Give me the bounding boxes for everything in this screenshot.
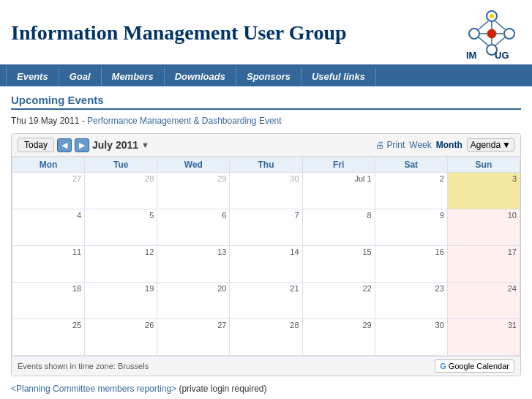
calendar-cell[interactable]: 27 bbox=[12, 173, 85, 209]
cal-prev-button[interactable]: ◀ bbox=[57, 138, 72, 152]
calendar-cell[interactable]: 2 bbox=[375, 173, 447, 209]
calendar-cell[interactable]: 13 bbox=[157, 246, 230, 283]
nav-members[interactable]: Members bbox=[102, 67, 165, 86]
cal-day-number: 14 bbox=[233, 247, 299, 256]
calendar-cell[interactable]: 7 bbox=[230, 209, 302, 246]
calendar-cell[interactable]: 29 bbox=[157, 173, 230, 209]
upcoming-event-item: Thu 19 May 2011 - Performance Management… bbox=[11, 116, 521, 126]
cal-right-controls: 🖨 Print Week Month Agenda ▼ bbox=[375, 138, 514, 152]
svg-text:IM: IM bbox=[466, 50, 476, 59]
calendar-cell[interactable]: 3 bbox=[447, 173, 520, 209]
chevron-down-icon: ▼ bbox=[502, 140, 511, 150]
calendar-cell[interactable]: 31 bbox=[447, 319, 520, 356]
planning-committee-link[interactable]: <Planning Committee members reporting> bbox=[11, 384, 176, 394]
calendar-cell[interactable]: 11 bbox=[12, 246, 85, 283]
nav-useful-links[interactable]: Useful links bbox=[301, 67, 376, 86]
calendar-footer: Events shown in time zone: Brussels G Go… bbox=[12, 356, 520, 376]
calendar-cell[interactable]: 16 bbox=[375, 246, 447, 283]
cal-day-number: 30 bbox=[378, 321, 444, 329]
calendar-cell[interactable]: 17 bbox=[447, 246, 520, 283]
cal-day-number: 10 bbox=[451, 211, 517, 220]
calendar-cell[interactable]: 6 bbox=[157, 209, 230, 246]
calendar-toolbar: Today ◀ ▶ July 2011 ▼ 🖨 Print Week Month… bbox=[12, 134, 520, 157]
event-date: Thu 19 May 2011 - bbox=[11, 116, 85, 126]
cal-header-wed: Wed bbox=[157, 157, 230, 173]
calendar-cell[interactable]: 23 bbox=[375, 283, 447, 319]
cal-print-link[interactable]: 🖨 Print bbox=[375, 140, 405, 150]
cal-day-number: 5 bbox=[88, 211, 154, 220]
calendar-row: 45678910 bbox=[12, 209, 520, 246]
calendar-cell[interactable]: 5 bbox=[85, 209, 157, 246]
calendar-body: 27282930Jul 1234567891011121314151617181… bbox=[12, 173, 520, 356]
calendar-row: 18192021222324 bbox=[12, 283, 520, 319]
nav-events[interactable]: Events bbox=[6, 67, 59, 86]
cal-day-number: 20 bbox=[160, 284, 226, 293]
site-logo: IM UG bbox=[462, 7, 521, 59]
main-nav: Events Goal Members Downloads Sponsors U… bbox=[0, 67, 532, 86]
cal-header-thu: Thu bbox=[230, 157, 302, 173]
cal-day-number: 23 bbox=[378, 284, 444, 293]
nav-downloads[interactable]: Downloads bbox=[165, 67, 236, 86]
calendar-cell[interactable]: 27 bbox=[157, 319, 230, 356]
planning-note: (private login required) bbox=[179, 384, 266, 394]
cal-day-number: 28 bbox=[233, 321, 299, 329]
cal-month-dropdown[interactable]: ▼ bbox=[141, 141, 149, 149]
calendar-cell[interactable]: 21 bbox=[230, 283, 302, 319]
calendar-cell[interactable]: 14 bbox=[230, 246, 302, 283]
cal-today-button[interactable]: Today bbox=[18, 138, 54, 152]
calendar-cell[interactable]: 24 bbox=[447, 283, 520, 319]
cal-month-view[interactable]: Month bbox=[436, 140, 462, 150]
calendar-cell[interactable]: 28 bbox=[230, 319, 302, 356]
cal-day-number: 3 bbox=[451, 174, 517, 183]
calendar-cell[interactable]: 30 bbox=[375, 319, 447, 356]
nav-sponsors[interactable]: Sponsors bbox=[236, 67, 301, 86]
calendar-cell[interactable]: 25 bbox=[12, 319, 85, 356]
svg-text:UG: UG bbox=[495, 50, 509, 59]
calendar-cell[interactable]: 9 bbox=[375, 209, 447, 246]
calendar-cell[interactable]: 19 bbox=[85, 283, 157, 319]
calendar-cell[interactable]: 18 bbox=[12, 283, 85, 319]
event-link[interactable]: Performance Management & Dashboarding Ev… bbox=[87, 116, 281, 126]
cal-day-number: 9 bbox=[378, 211, 444, 220]
cal-day-number: 13 bbox=[160, 247, 226, 256]
cal-left-controls: Today ◀ ▶ July 2011 ▼ bbox=[18, 138, 149, 152]
calendar-grid: Mon Tue Wed Thu Fri Sat Sun 27282930Jul … bbox=[12, 157, 520, 356]
svg-point-1 bbox=[469, 29, 479, 39]
calendar-cell[interactable]: 26 bbox=[85, 319, 157, 356]
cal-day-number: 31 bbox=[451, 321, 517, 329]
cal-day-number: 6 bbox=[160, 211, 226, 220]
cal-week-view[interactable]: Week bbox=[409, 140, 431, 150]
calendar-cell[interactable]: 4 bbox=[12, 209, 85, 246]
logo-graphic: IM UG bbox=[462, 7, 521, 59]
cal-day-number: 16 bbox=[378, 247, 444, 256]
cal-agenda-view[interactable]: Agenda ▼ bbox=[467, 138, 514, 152]
cal-day-number: 27 bbox=[15, 174, 81, 183]
calendar-cell[interactable]: 28 bbox=[85, 173, 157, 209]
calendar-cell[interactable]: 12 bbox=[85, 246, 157, 283]
svg-point-2 bbox=[504, 29, 514, 39]
calendar-header-row: Mon Tue Wed Thu Fri Sat Sun bbox=[12, 157, 520, 173]
calendar-cell[interactable]: 10 bbox=[447, 209, 520, 246]
calendar-cell[interactable]: 15 bbox=[302, 246, 375, 283]
cal-day-number: Jul 1 bbox=[306, 174, 372, 183]
cal-day-number: 29 bbox=[160, 174, 226, 183]
svg-line-10 bbox=[495, 21, 505, 29]
calendar-cell[interactable]: 20 bbox=[157, 283, 230, 319]
cal-day-number: 18 bbox=[15, 284, 81, 293]
google-calendar-button[interactable]: G Google Calendar bbox=[435, 359, 514, 373]
google-cal-label: Google Calendar bbox=[449, 362, 509, 370]
calendar-cell[interactable]: 29 bbox=[302, 319, 375, 356]
cal-day-number: 25 bbox=[15, 321, 81, 329]
cal-day-number: 21 bbox=[233, 284, 299, 293]
svg-line-9 bbox=[479, 21, 488, 29]
cal-day-number: 26 bbox=[88, 321, 154, 329]
calendar-cell[interactable]: 30 bbox=[230, 173, 302, 209]
cal-day-number: 4 bbox=[15, 211, 81, 220]
nav-goal[interactable]: Goal bbox=[59, 67, 102, 86]
cal-day-number: 19 bbox=[88, 284, 154, 293]
cal-next-button[interactable]: ▶ bbox=[75, 138, 89, 152]
calendar-cell[interactable]: Jul 1 bbox=[302, 173, 375, 209]
calendar-cell[interactable]: 8 bbox=[302, 209, 375, 246]
calendar-cell[interactable]: 22 bbox=[302, 283, 375, 319]
cal-day-number: 12 bbox=[88, 247, 154, 256]
